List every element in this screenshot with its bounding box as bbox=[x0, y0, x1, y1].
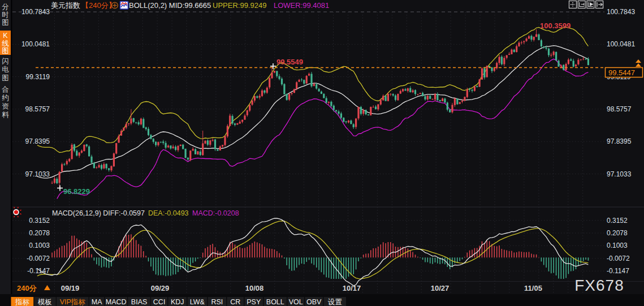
svg-text:99.5447: 99.5447 bbox=[608, 68, 635, 77]
svg-text:97.8395: 97.8395 bbox=[25, 137, 50, 145]
svg-text:KDJ: KDJ bbox=[171, 298, 184, 306]
svg-text:图: 图 bbox=[2, 47, 9, 55]
svg-text:OBV: OBV bbox=[306, 298, 322, 306]
svg-text:分: 分 bbox=[2, 3, 9, 11]
svg-text:100.7843: 100.7843 bbox=[21, 8, 50, 16]
svg-text:BIAS: BIAS bbox=[131, 298, 148, 306]
svg-text:模板: 模板 bbox=[37, 298, 52, 306]
svg-text:图: 图 bbox=[2, 19, 9, 27]
svg-text:设置: 设置 bbox=[328, 298, 343, 306]
svg-text:BOLL(20,2) MID:99.6665: BOLL(20,2) MID:99.6665 bbox=[129, 1, 211, 10]
svg-text:MACD:-0.0208: MACD:-0.0208 bbox=[192, 209, 239, 217]
svg-text:线: 线 bbox=[2, 40, 9, 48]
svg-text:BOLL: BOLL bbox=[266, 298, 284, 306]
svg-text:09/29: 09/29 bbox=[151, 284, 170, 292]
svg-text:97.1033: 97.1033 bbox=[25, 170, 50, 178]
svg-text:11/05: 11/05 bbox=[524, 284, 542, 292]
svg-text:CR: CR bbox=[230, 298, 240, 306]
svg-text:资: 资 bbox=[2, 102, 9, 110]
svg-text:CCI: CCI bbox=[153, 298, 166, 306]
svg-text:图: 图 bbox=[2, 74, 9, 82]
svg-text:0.3152: 0.3152 bbox=[607, 217, 628, 225]
svg-text:VIP指标: VIP指标 bbox=[60, 298, 86, 306]
svg-text:10/17: 10/17 bbox=[343, 284, 361, 292]
svg-text:约: 约 bbox=[2, 94, 9, 102]
svg-text:MACD(26,12,9) DIFF:-0.0597: MACD(26,12,9) DIFF:-0.0597 bbox=[52, 209, 145, 217]
svg-text:FX678: FX678 bbox=[574, 277, 624, 294]
svg-text:合: 合 bbox=[1, 85, 9, 93]
svg-text:-0.1147: -0.1147 bbox=[607, 267, 629, 275]
svg-text:0.3152: 0.3152 bbox=[29, 217, 50, 225]
svg-text:98.5757: 98.5757 bbox=[25, 105, 50, 113]
svg-text:0.1003: 0.1003 bbox=[607, 242, 628, 249]
svg-text:0.2078: 0.2078 bbox=[607, 229, 628, 237]
svg-text:96.8229: 96.8229 bbox=[63, 187, 90, 196]
svg-text:10/27: 10/27 bbox=[431, 284, 449, 292]
svg-text:闪: 闪 bbox=[2, 57, 9, 65]
svg-text:0.2078: 0.2078 bbox=[29, 229, 50, 237]
svg-text:电: 电 bbox=[2, 66, 9, 74]
svg-text:99.3119: 99.3119 bbox=[26, 73, 50, 81]
svg-text:料: 料 bbox=[2, 111, 9, 119]
svg-text:指标: 指标 bbox=[15, 298, 30, 306]
svg-text:MACD: MACD bbox=[106, 298, 127, 306]
svg-text:PSY: PSY bbox=[247, 298, 261, 306]
svg-text:美元指数: 美元指数 bbox=[51, 1, 80, 10]
svg-text:99.5549: 99.5549 bbox=[276, 58, 303, 66]
svg-text:MA: MA bbox=[92, 298, 102, 306]
svg-text:K: K bbox=[3, 32, 8, 40]
svg-text:时: 时 bbox=[2, 11, 9, 19]
svg-text:100.7843: 100.7843 bbox=[607, 8, 635, 16]
svg-text:LOWER:99.4081: LOWER:99.4081 bbox=[274, 1, 329, 10]
svg-text:DEA:-0.0493: DEA:-0.0493 bbox=[148, 209, 189, 217]
svg-text:【240分】: 【240分】 bbox=[81, 1, 116, 10]
svg-text:100.3599: 100.3599 bbox=[540, 21, 570, 30]
svg-text:VOL: VOL bbox=[289, 298, 303, 306]
svg-text:RSI: RSI bbox=[211, 298, 223, 306]
svg-text:0.1003: 0.1003 bbox=[29, 242, 50, 249]
svg-text:97.1033: 97.1033 bbox=[607, 170, 632, 178]
svg-text:240分: 240分 bbox=[17, 284, 37, 292]
svg-text:98.5757: 98.5757 bbox=[607, 105, 632, 113]
svg-text:09/19: 09/19 bbox=[61, 284, 80, 292]
svg-text:-0.1147: -0.1147 bbox=[27, 267, 50, 275]
svg-text:10/08: 10/08 bbox=[245, 284, 264, 292]
svg-text:LW&: LW& bbox=[190, 298, 205, 306]
svg-text:-0.0072: -0.0072 bbox=[27, 255, 50, 262]
svg-text:100.0481: 100.0481 bbox=[607, 40, 635, 48]
svg-text:-0.0072: -0.0072 bbox=[607, 255, 630, 262]
svg-text:UPPER:99.9249: UPPER:99.9249 bbox=[213, 1, 266, 10]
svg-text:100.0481: 100.0481 bbox=[21, 40, 50, 48]
svg-text:97.8395: 97.8395 bbox=[607, 137, 632, 145]
